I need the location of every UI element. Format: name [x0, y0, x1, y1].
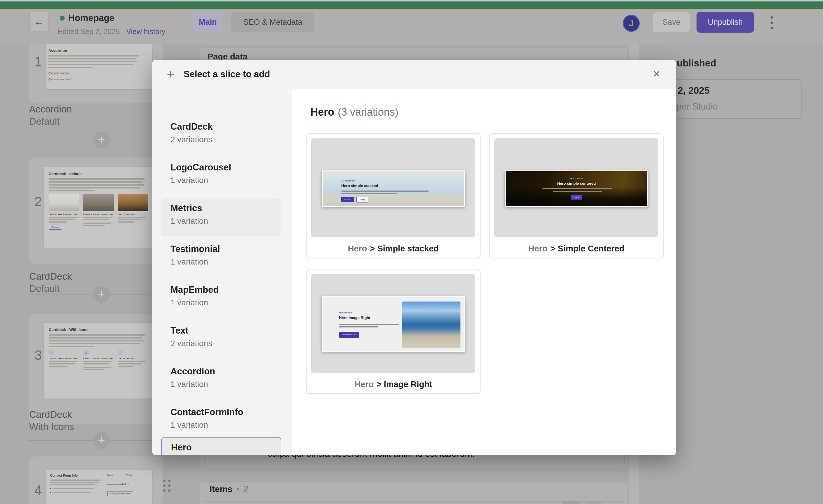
edited-text: Edited Sep 2, 2025 -: [58, 27, 126, 35]
slice-3-thumbnail[interactable]: Carddeck - With Icons ◔ Card 1 - link & …: [44, 323, 153, 398]
slice-option-mapembed[interactable]: MapEmbed1 variation: [161, 280, 281, 318]
published-status-dot: [60, 16, 65, 21]
thumb-accordion-title: Accordion: [48, 48, 148, 53]
add-slice-button-3[interactable]: +: [93, 432, 110, 449]
items-button-peek-1: [562, 502, 581, 504]
slice-3-variant: With Icons: [29, 421, 74, 432]
thumb-card2-image: [84, 194, 114, 211]
slice-option-testimonial[interactable]: Testimonial1 variation: [161, 239, 281, 277]
variation-panel: Hero (3 variations) AN EYEBROW Hero simp…: [292, 89, 676, 455]
variation-card-image-right[interactable]: AN EYEBROW Hero Image Right Add Button T…: [306, 269, 481, 394]
slice-2-variant: Default: [29, 283, 60, 294]
thumb-icon-1: ◔: [49, 350, 54, 355]
items-label: Items: [209, 484, 232, 494]
modal-header: + Select a slice to add ✕: [152, 60, 676, 90]
thumb-card3-title: Card 3 - no link: [118, 213, 148, 215]
slice-2-name: CardDeck: [29, 271, 72, 282]
hero-image-right-mock: AN EYEBROW Hero Image Right Add Button T…: [322, 296, 465, 352]
variation-label: Hero > Image Right: [307, 380, 480, 389]
thumb-contactform-title: Contact Form Info: [50, 474, 103, 477]
back-arrow-icon: ←: [34, 16, 44, 28]
thumb-carddeck-icons-title: Carddeck - With Icons: [49, 327, 148, 332]
thumb3-card2-title: Card 2 - link no button text: [84, 357, 114, 360]
variation-preview: AN EYEBROW Hero simple stacked Contact H…: [311, 138, 475, 237]
items-section: [200, 481, 629, 504]
unpublish-button[interactable]: Unpublish: [696, 12, 754, 33]
select-slice-modal: + Select a slice to add ✕ CardDeck2 vari…: [152, 60, 676, 455]
avatar[interactable]: J: [623, 15, 640, 32]
items-count: 2: [243, 484, 248, 495]
variation-heading: Hero (3 variations): [310, 106, 398, 118]
items-divider: [204, 501, 624, 502]
slice-drag-handle[interactable]: [163, 480, 170, 492]
items-button-peek-2: [585, 502, 603, 504]
modal-title: Select a slice to add: [184, 69, 270, 79]
hero-simple-stacked-mock: AN EYEBROW Hero simple stacked Contact H…: [322, 170, 465, 207]
thumb-question-1: Question example: [48, 72, 148, 74]
thumb-icon-2: ▤: [84, 350, 89, 355]
plus-icon: +: [167, 66, 175, 82]
thumb-icon-3: ✓: [118, 350, 123, 355]
thumb3-card3-title: Card 3 - no link: [118, 357, 148, 360]
slice-4-thumbnail[interactable]: Contact Form Info • • Name Email How can…: [46, 470, 152, 504]
edited-info: Edited Sep 2, 2025 - View history: [58, 27, 165, 36]
thumb-card1-image: [49, 194, 79, 211]
thumb-contact-button: Contact: [49, 225, 62, 229]
slice-option-hero[interactable]: Hero3 variations: [161, 437, 281, 455]
published-studio-fragment: per Studio: [677, 102, 718, 112]
variation-label: Hero > Simple Centered: [490, 244, 663, 254]
published-heading-fragment: ublished: [677, 58, 716, 69]
slice-3-number: 3: [34, 347, 42, 363]
slice-2-number: 2: [34, 194, 42, 209]
close-icon[interactable]: ✕: [649, 67, 664, 81]
add-slice-button-2[interactable]: +: [93, 286, 110, 303]
thumb-card3-image: [118, 194, 148, 211]
thumb-form-send-button: Send your message: [107, 491, 133, 496]
slice-3-name: CardDeck: [29, 409, 72, 420]
thumb-carddeck-title: Carddeck - default: [49, 172, 148, 176]
slice-option-carddeck[interactable]: CardDeck2 variations: [161, 117, 281, 155]
variation-card-simple-centered[interactable]: AN EYEBROW Hero simple centered Home Her…: [489, 133, 664, 259]
slice-4-number: 4: [34, 482, 42, 498]
variation-preview: AN EYEBROW Hero simple centered Home: [494, 138, 658, 237]
thumb-form-name-label: Name: [107, 474, 114, 477]
items-header[interactable]: Items • 2: [209, 484, 248, 495]
variation-card-simple-stacked[interactable]: AN EYEBROW Hero simple stacked Contact H…: [306, 133, 481, 259]
variation-label: Hero > Simple stacked: [307, 244, 480, 254]
slice-type-list: CardDeck2 variations LogoCarousel1 varia…: [152, 89, 293, 455]
slice-1-thumbnail[interactable]: Accordion Question example Question exam…: [46, 44, 152, 89]
items-bullet: •: [236, 485, 239, 493]
tab-main[interactable]: Main: [193, 12, 222, 32]
hero-image-right-photo: [402, 302, 461, 348]
slice-option-accordion[interactable]: Accordion1 variation: [161, 361, 281, 399]
tab-seo-metadata[interactable]: SEO & Metadata: [231, 12, 314, 32]
thumb-card2-title: Card 2 - link no button text: [84, 213, 114, 215]
thumb-question-2: Question example 2: [48, 78, 148, 81]
view-history-link[interactable]: View history: [126, 27, 165, 35]
preview-mode-bar: [0, 1, 823, 9]
slice-option-metrics[interactable]: Metrics1 variation: [161, 198, 281, 236]
top-bar: ← Homepage Edited Sep 2, 2025 - View his…: [0, 9, 823, 44]
published-date-fragment: 2, 2025: [678, 85, 710, 96]
save-button[interactable]: Save: [653, 12, 690, 33]
variation-preview: AN EYEBROW Hero Image Right Add Button T…: [311, 274, 475, 373]
thumb3-card1-title: Card 1 - link & button text: [49, 357, 79, 360]
thumb-form-help-label: How can we help?: [107, 483, 148, 486]
slice-2-thumbnail[interactable]: Carddeck - default Card 1 - link & butto…: [44, 167, 153, 247]
thumb-card1-title: Card 1 - link & button text: [49, 213, 79, 215]
hero-simple-centered-mock: AN EYEBROW Hero simple centered Home: [505, 170, 648, 207]
thumb-form-email-label: Email: [126, 474, 133, 477]
slice-1-variant: Default: [29, 116, 60, 127]
variation-heading-count: (3 variations): [338, 106, 398, 118]
page-title: Homepage: [68, 13, 114, 23]
variation-heading-title: Hero: [310, 106, 334, 118]
back-button[interactable]: ←: [29, 12, 49, 32]
add-slice-button-1[interactable]: +: [93, 131, 110, 148]
slice-1-name: Accordion: [29, 104, 72, 115]
slice-option-contactforminfo[interactable]: ContactFormInfo1 variation: [161, 402, 281, 440]
app-window: ← Homepage Edited Sep 2, 2025 - View his…: [0, 0, 823, 504]
more-options-button[interactable]: [766, 14, 778, 31]
slice-1-number: 1: [34, 54, 42, 69]
slice-option-logocarousel[interactable]: LogoCarousel1 variation: [161, 158, 281, 195]
slice-option-text[interactable]: Text2 variations: [161, 321, 281, 359]
